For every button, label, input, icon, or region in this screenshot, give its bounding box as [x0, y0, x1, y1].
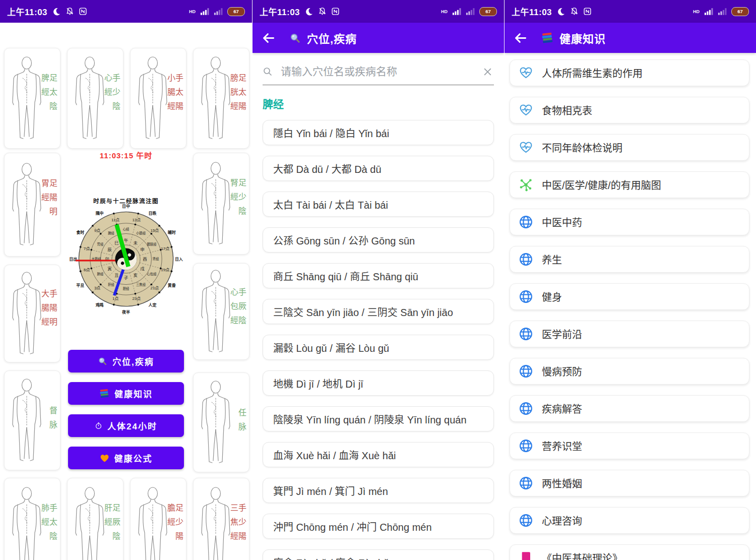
- meridian-card[interactable]: 任脉: [193, 372, 249, 472]
- search-icon: [289, 32, 301, 44]
- search-result-item[interactable]: 地機 Dì jī / 地机 Dì jī: [263, 370, 494, 396]
- globe-icon: [518, 513, 533, 528]
- knowledge-item-label: 营养识堂: [542, 439, 582, 453]
- svg-text:平旦: 平旦: [76, 283, 84, 288]
- knowledge-item[interactable]: 营养识堂: [510, 432, 749, 459]
- search-result-label: 漏穀 Lòu gǔ / 漏谷 Lòu gǔ: [273, 340, 389, 355]
- search-result-item[interactable]: 血海 Xuè hǎi / 血海 Xuè hǎi: [263, 442, 494, 467]
- svg-text:日昳: 日昳: [148, 211, 157, 216]
- health-knowledge-button[interactable]: 健康知识: [68, 382, 184, 405]
- svg-text:23点: 23点: [132, 296, 141, 301]
- knowledge-item[interactable]: 健身: [510, 283, 749, 310]
- search-result-item[interactable]: 箕門 Jì mén / 箕门 Jì mén: [263, 478, 494, 503]
- bell-muted-icon: [66, 7, 74, 16]
- meridian-card[interactable]: 手太陰肺經: [4, 478, 60, 560]
- search-result-item[interactable]: 陰陵泉 Yīn líng quán / 阴陵泉 Yīn líng quán: [263, 406, 494, 431]
- svg-text:隅中: 隅中: [96, 211, 104, 216]
- search-result-item[interactable]: 隱白 Yǐn bái / 隐白 Yǐn bái: [263, 120, 494, 145]
- body-24h-button[interactable]: 人体24小时: [68, 414, 184, 437]
- status-bar: 上午11:03: [253, 0, 504, 23]
- meridian-card[interactable]: 足太陰脾經: [4, 48, 60, 149]
- search-result-label: 陰陵泉 Yīn líng quán / 阴陵泉 Yīn líng quán: [273, 412, 467, 426]
- meridian-card[interactable]: 足少陰腎經: [193, 153, 249, 255]
- svg-text:1点: 1点: [112, 296, 118, 301]
- meridian-clock: 日中日昳晡时日入黄昏人定夜半鸡鸣平旦日出食时隅中11点13点15点17点19点2…: [67, 200, 185, 318]
- knowledge-item[interactable]: 心理咨询: [510, 507, 749, 534]
- search-results: 隱白 Yǐn bái / 隐白 Yǐn bái大都 Dà dū / 大都 Dà …: [263, 120, 494, 560]
- signal-icon: [200, 8, 209, 15]
- meridian-card[interactable]: 足太陽膀胱經: [193, 48, 249, 149]
- knowledge-item[interactable]: 不同年龄体检说明: [510, 134, 749, 161]
- button-label: 健康公式: [114, 452, 153, 464]
- knowledge-item[interactable]: 慢病预防: [510, 358, 749, 385]
- knowledge-item-label: 《中医基础理论》: [542, 550, 622, 560]
- back-arrow-icon[interactable]: [262, 31, 275, 45]
- search-result-item[interactable]: 大都 Dà dū / 大都 Dà dū: [263, 156, 494, 181]
- knowledge-item[interactable]: 医学前沿: [510, 321, 749, 347]
- knowledge-item-label: 中医/医学/健康/的有用脑图: [542, 177, 661, 192]
- bell-muted-icon: [570, 7, 579, 16]
- search-result-label: 隱白 Yǐn bái / 隐白 Yǐn bái: [273, 126, 389, 140]
- search-result-item[interactable]: 三陰交 Sān yīn jiāo / 三阴交 Sān yīn jiāo: [263, 299, 494, 324]
- knowledge-item[interactable]: 人体所需维生素的作用: [510, 59, 749, 86]
- knowledge-item[interactable]: 疾病解答: [510, 395, 749, 422]
- search-result-item[interactable]: 沖門 Chōng mén / 冲门 Chōng mén: [263, 514, 494, 539]
- svg-text:胃经: 胃经: [97, 242, 104, 246]
- books-icon: [99, 389, 109, 398]
- acupoint-search-button[interactable]: 穴位,疾病: [68, 350, 184, 372]
- meridian-card[interactable]: 手少陰心經: [67, 48, 123, 149]
- health-formula-button[interactable]: 健康公式: [68, 447, 184, 469]
- knowledge-item[interactable]: 中医中药: [510, 209, 749, 235]
- signal2-icon: [466, 8, 475, 15]
- battery-level: 67: [233, 9, 239, 14]
- search-result-item[interactable]: 漏穀 Lòu gǔ / 漏谷 Lòu gǔ: [263, 335, 494, 360]
- meridian-card[interactable]: 足陽明胃經: [4, 153, 60, 257]
- svg-text:15点: 15点: [151, 228, 159, 233]
- knowledge-item[interactable]: 《中医基础理论》: [510, 544, 749, 560]
- search-input[interactable]: [280, 65, 474, 78]
- battery-icon: 67: [731, 7, 749, 16]
- meridian-card[interactable]: 手太陽小腸經: [130, 48, 186, 149]
- search-result-item[interactable]: 府舍 Fù shě / 府舍 Fù shě: [263, 549, 494, 560]
- meridian-card[interactable]: 手陽明大腸經: [4, 265, 60, 362]
- globe-icon: [518, 401, 533, 416]
- meridian-card[interactable]: 足厥陰肝經: [67, 478, 123, 560]
- meridian-card-label: 督脉: [48, 406, 56, 434]
- battery-level: 67: [485, 9, 491, 14]
- knowledge-screen: 上午11:03: [504, 0, 756, 560]
- svg-text:17点: 17点: [161, 246, 169, 251]
- knowledge-list: 人体所需维生素的作用 食物相克表 不同年龄体检说明 中医/医学/健康/的有用脑图: [510, 59, 749, 560]
- svg-text:子: 子: [124, 275, 128, 280]
- meridian-card[interactable]: 手厥陰心包經: [193, 263, 249, 360]
- heart-pulse-icon: [518, 103, 533, 117]
- knowledge-item-label: 慢病预防: [542, 364, 582, 379]
- signal2-icon: [718, 8, 727, 15]
- magnifier-icon: [263, 67, 273, 77]
- knowledge-item[interactable]: 两性婚姻: [510, 470, 749, 496]
- button-label: 穴位,疾病: [112, 355, 154, 367]
- search-result-item[interactable]: 公孫 Gōng sūn / 公孙 Gōng sūn: [263, 227, 494, 253]
- body-figure: [196, 377, 236, 468]
- search-result-label: 箕門 Jì mén / 箕门 Jì mén: [273, 483, 388, 498]
- category-label: 脾经: [263, 96, 284, 111]
- search-result-item[interactable]: 商丘 Shāng qiū / 商丘 Shāng qiū: [263, 263, 494, 288]
- knowledge-item[interactable]: 养生: [510, 246, 749, 273]
- meridian-card[interactable]: 手少陽三焦經: [193, 478, 249, 560]
- svg-text:食时: 食时: [76, 230, 84, 235]
- back-arrow-icon[interactable]: [514, 31, 527, 45]
- search-result-label: 地機 Dì jī / 地机 Dì jī: [273, 376, 363, 391]
- search-result-label: 沖門 Chōng mén / 冲门 Chōng mén: [273, 519, 432, 534]
- globe-icon: [518, 476, 533, 490]
- meridian-card[interactable]: 督脉: [4, 370, 60, 470]
- svg-text:7点: 7点: [84, 246, 90, 251]
- svg-text:晡时: 晡时: [168, 230, 176, 235]
- meridian-card[interactable]: 足少陽膽經: [130, 478, 186, 560]
- svg-text:9点: 9点: [94, 228, 100, 233]
- clear-icon[interactable]: [481, 66, 494, 78]
- meridian-card-label: 手少陰心經: [103, 74, 119, 123]
- search-result-item[interactable]: 太白 Tài bái / 太白 Tài bái: [263, 192, 494, 217]
- knowledge-item[interactable]: 中医/医学/健康/的有用脑图: [510, 171, 749, 198]
- timer-icon: [95, 422, 102, 429]
- meridian-card-label: 任脉: [237, 408, 245, 437]
- knowledge-item[interactable]: 食物相克表: [510, 97, 749, 123]
